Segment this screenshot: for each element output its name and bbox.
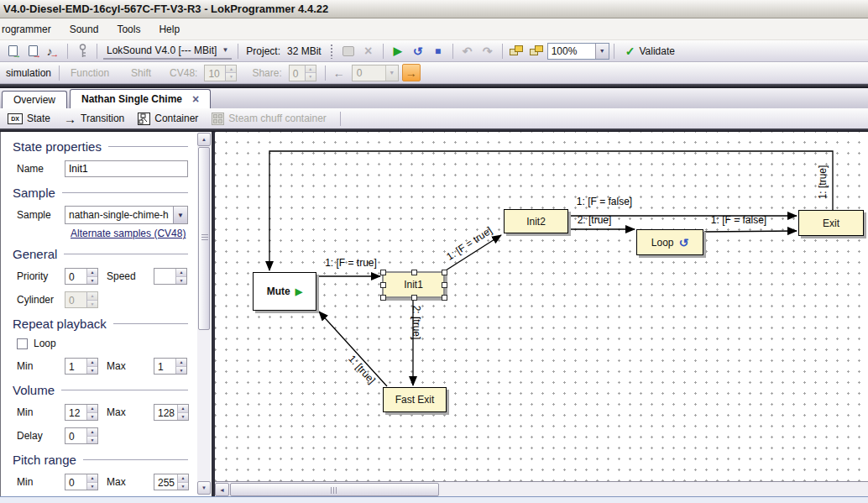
- selection-handle[interactable]: [411, 270, 417, 275]
- spin-up-icon[interactable]: ▲: [176, 359, 186, 367]
- validate-button[interactable]: ✓ Validate: [619, 43, 682, 60]
- cv48-stepper[interactable]: 10 ▲▼: [204, 65, 237, 81]
- share-stepper[interactable]: 0 ▲▼: [289, 65, 316, 81]
- speed-stepper[interactable]: ▲▼: [154, 268, 187, 285]
- tab-label: Overview: [13, 94, 55, 106]
- disabled-tool-button[interactable]: [338, 42, 358, 60]
- selection-handle[interactable]: [442, 282, 447, 288]
- delay-stepper[interactable]: 0 ▲▼: [65, 427, 98, 444]
- spin-up-icon[interactable]: ▲: [87, 292, 97, 301]
- spin-down-icon[interactable]: ▼: [178, 413, 188, 421]
- cylinder-stepper[interactable]: 0 ▲▼: [65, 291, 98, 308]
- tab-overview[interactable]: Overview: [2, 91, 67, 108]
- step-selector-combo[interactable]: 0 ▼: [352, 65, 399, 81]
- selection-handle[interactable]: [442, 270, 447, 275]
- spin-up-icon[interactable]: ▲: [87, 359, 97, 367]
- pitch-min-stepper[interactable]: 0 ▲▼: [65, 474, 98, 490]
- add-steam-chuff-container-tool[interactable]: Steam chuff container: [212, 113, 327, 125]
- decoder-type-combo[interactable]: LokSound V4.0 [--- MBit] ▼: [103, 43, 232, 60]
- menu-tools[interactable]: Tools: [107, 19, 149, 39]
- spin-down-icon[interactable]: ▼: [226, 73, 236, 81]
- sample-combo[interactable]: nathan-single-chime-h ▼: [65, 206, 188, 224]
- stop-button[interactable]: ■: [428, 42, 448, 60]
- state-node-loop[interactable]: Loop↺: [636, 229, 703, 255]
- spin-up-icon[interactable]: ▲: [87, 405, 97, 413]
- spin-down-icon[interactable]: ▼: [87, 301, 97, 308]
- zoom-out-button[interactable]: [527, 42, 547, 60]
- zoom-in-button[interactable]: [507, 42, 527, 60]
- write-project-button[interactable]: →: [23, 42, 43, 60]
- spin-up-icon[interactable]: ▲: [178, 474, 188, 483]
- spin-up-icon[interactable]: ▲: [306, 65, 316, 74]
- programmer-button[interactable]: [72, 42, 92, 60]
- add-state-tool[interactable]: DX State: [8, 113, 50, 124]
- add-container-tool[interactable]: Container: [138, 113, 198, 125]
- spin-down-icon[interactable]: ▼: [176, 277, 186, 285]
- repeat-max-stepper[interactable]: 1 ▲▼: [154, 358, 187, 375]
- spin-down-icon[interactable]: ▼: [87, 367, 97, 375]
- close-tab-icon[interactable]: ×: [192, 95, 199, 103]
- refresh-button[interactable]: ↺: [408, 42, 428, 60]
- cancel-icon: ×: [364, 44, 372, 59]
- name-input[interactable]: [65, 160, 188, 177]
- selection-handle[interactable]: [380, 295, 386, 301]
- state-node-mute[interactable]: Mute▶: [253, 272, 316, 311]
- diagram-toolstrip: DX State → Transition Container Steam ch…: [0, 108, 868, 128]
- spin-up-icon[interactable]: ▲: [178, 405, 188, 413]
- add-transition-tool[interactable]: → Transition: [64, 112, 124, 126]
- loop-checkbox[interactable]: [17, 338, 28, 349]
- tab-nathan-single-chime[interactable]: Nathan Single Chime ×: [70, 89, 211, 108]
- scroll-down-button[interactable]: ▼: [197, 481, 211, 495]
- transition-loop-to-exit[interactable]: [704, 231, 797, 232]
- selection-handle[interactable]: [380, 270, 386, 275]
- spin-up-icon[interactable]: ▲: [176, 269, 186, 277]
- menu-sound[interactable]: Sound: [60, 19, 108, 39]
- cancel-button[interactable]: ×: [358, 42, 379, 60]
- spin-up-icon[interactable]: ▲: [87, 428, 97, 437]
- scrollbar-thumb[interactable]: [198, 147, 210, 330]
- pitch-max-stepper[interactable]: 255 ▲▼: [154, 474, 189, 490]
- step-back-button[interactable]: ←: [330, 64, 348, 81]
- transition-label-init2-to-exit: 1: [F = false]: [577, 196, 632, 207]
- play-button[interactable]: ▶: [388, 42, 408, 60]
- undo-button[interactable]: ↶: [458, 42, 478, 60]
- write-sound-button[interactable]: ♪ →: [43, 42, 63, 60]
- state-node-fastexit[interactable]: Fast Exit: [383, 387, 447, 412]
- spin-up-icon[interactable]: ▲: [87, 474, 97, 483]
- menu-help[interactable]: Help: [149, 19, 189, 39]
- toolbar-grip[interactable]: [330, 44, 333, 59]
- panel-scrollbar[interactable]: ▲ ▼: [197, 133, 211, 495]
- step-forward-button[interactable]: →: [402, 64, 421, 81]
- spin-down-icon[interactable]: ▼: [176, 367, 186, 375]
- repeat-min-stepper[interactable]: 1 ▲▼: [65, 358, 98, 375]
- spin-down-icon[interactable]: ▼: [87, 437, 97, 444]
- scroll-left-button[interactable]: ◄: [215, 483, 229, 496]
- redo-button[interactable]: ↷: [478, 42, 498, 60]
- alternate-samples-link[interactable]: Alternate samples (CV48): [71, 228, 186, 239]
- canvas-horizontal-scrollbar[interactable]: ◄: [215, 481, 868, 496]
- spin-up-icon[interactable]: ▲: [226, 65, 236, 74]
- priority-stepper[interactable]: 0 ▲▼: [65, 268, 98, 285]
- zoom-level-combo[interactable]: 100% ▼: [547, 43, 609, 60]
- name-label: Name: [17, 163, 65, 175]
- spin-down-icon[interactable]: ▼: [306, 73, 316, 81]
- scroll-up-button[interactable]: ▲: [197, 133, 211, 146]
- spin-down-icon[interactable]: ▼: [87, 277, 97, 285]
- spin-down-icon[interactable]: ▼: [87, 483, 97, 490]
- volume-min-stepper[interactable]: 12 ▲▼: [65, 404, 98, 421]
- diagram-canvas[interactable]: 1: [true]1: [F = true]1: [F = true]1: [F…: [215, 132, 868, 481]
- menu-programmer[interactable]: rogrammer: [0, 19, 60, 39]
- open-project-button[interactable]: →: [3, 42, 23, 60]
- spin-down-icon[interactable]: ▼: [178, 483, 188, 490]
- selection-handle[interactable]: [411, 295, 417, 301]
- volume-max-stepper[interactable]: 128 ▲▼: [154, 404, 189, 421]
- spin-down-icon[interactable]: ▼: [87, 413, 97, 421]
- state-node-exit[interactable]: Exit: [798, 210, 864, 236]
- state-node-init1[interactable]: Init1: [382, 271, 445, 298]
- selection-handle[interactable]: [380, 282, 386, 288]
- state-node-init2[interactable]: Init2: [504, 209, 568, 233]
- transition-fastexit-to-mute[interactable]: [319, 312, 387, 386]
- spin-up-icon[interactable]: ▲: [87, 269, 97, 277]
- scrollbar-thumb[interactable]: [230, 483, 439, 496]
- selection-handle[interactable]: [442, 295, 447, 301]
